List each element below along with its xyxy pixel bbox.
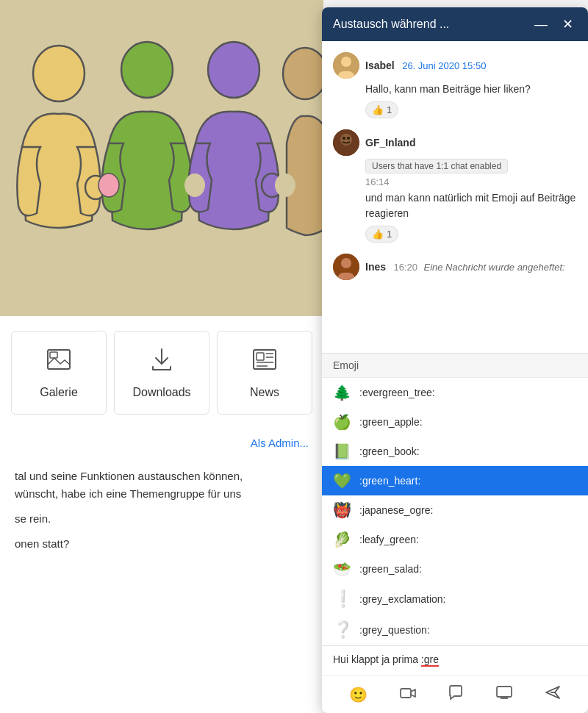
downloads-item[interactable]: Downloads xyxy=(114,331,209,415)
reaction-gf[interactable]: 👍1 xyxy=(365,226,398,243)
message-time-isabel: 26. Juni 2020 15:50 xyxy=(402,60,486,71)
svg-rect-11 xyxy=(48,350,70,369)
reaction-isabel[interactable]: 👍1 xyxy=(365,101,398,118)
chat-input-text: Hui klappt ja prima xyxy=(333,653,421,665)
minimize-button[interactable]: — xyxy=(531,16,551,32)
downloads-icon xyxy=(148,346,175,379)
galerie-icon xyxy=(46,346,72,379)
emoji-green-apple[interactable]: 🍏 :green_apple: xyxy=(322,407,588,437)
emoji-button[interactable]: 🙂 xyxy=(343,683,373,706)
emoji-list: 🌲 :evergreen_tree: 🍏 :green_apple: 📗 :gr… xyxy=(322,378,588,645)
svg-rect-28 xyxy=(497,687,512,697)
chat-header-buttons: — ✕ xyxy=(531,16,577,32)
chat-messages: Isabel 26. Juni 2020 15:50 Hallo, kann m… xyxy=(322,41,588,353)
galerie-item[interactable]: Galerie xyxy=(11,331,107,415)
leafy-green-icon: 🥬 xyxy=(333,531,351,548)
downloads-label: Downloads xyxy=(132,386,190,399)
svg-rect-12 xyxy=(50,352,57,358)
svg-point-3 xyxy=(121,42,173,98)
message-name-gf: GF_Inland xyxy=(365,136,415,149)
message-body-gf: Users that have 1:1 chat enabled 16:14 u… xyxy=(365,159,577,243)
emoji-grey-question[interactable]: ❔ :grey_question: xyxy=(322,615,588,645)
chat-input-highlight: :gre xyxy=(421,653,439,667)
avatar-ines xyxy=(333,254,359,280)
message-header-isabel: Isabel 26. Juni 2020 15:50 xyxy=(333,52,577,79)
news-icon xyxy=(251,346,278,379)
message-name-ines: Ines 16:20 Eine Nachricht wurde angeheft… xyxy=(365,260,565,273)
evergreen-tree-icon: 🌲 xyxy=(333,384,351,401)
green-book-icon: 📗 xyxy=(333,443,351,460)
green-heart-icon: 💚 xyxy=(333,472,351,490)
svg-rect-27 xyxy=(401,689,411,698)
green-apple-icon: 🍏 xyxy=(333,413,351,431)
puzzle-image xyxy=(0,0,323,316)
chat-input-box[interactable]: Hui klappt ja prima :gre xyxy=(322,646,588,676)
green-salad-icon: 🥗 xyxy=(333,560,351,578)
news-label: News xyxy=(250,386,279,399)
svg-point-10 xyxy=(275,173,295,197)
emoji-section-header: Emoji xyxy=(322,354,588,378)
ines-pinned: Eine Nachricht wurde angeheftet: xyxy=(423,262,564,273)
emoji-leafy-green[interactable]: 🥬 :leafy_green: xyxy=(322,525,588,554)
gf-time: 16:14 xyxy=(365,176,577,187)
screen-button[interactable] xyxy=(490,683,518,706)
svg-point-20 xyxy=(341,57,351,67)
svg-point-6 xyxy=(208,42,259,98)
message-name-isabel: Isabel 26. Juni 2020 15:50 xyxy=(365,59,486,72)
svg-point-22 xyxy=(340,134,352,146)
emoji-green-salad[interactable]: 🥗 :green_salad: xyxy=(322,554,588,584)
background-page: Galerie Downloads xyxy=(0,0,323,713)
svg-point-26 xyxy=(341,258,351,268)
send-button[interactable] xyxy=(539,681,567,707)
message-gf-inland: GF_Inland Users that have 1:1 chat enabl… xyxy=(333,129,577,243)
chat-toolbar: 🙂 xyxy=(322,676,588,713)
svg-point-9 xyxy=(283,48,323,99)
video-button[interactable] xyxy=(394,683,422,706)
galerie-label: Galerie xyxy=(40,386,78,399)
chat-bubble-button[interactable] xyxy=(442,682,469,706)
svg-point-5 xyxy=(98,173,119,197)
emoji-picker: Emoji 🌲 :evergreen_tree: 🍏 :green_apple:… xyxy=(322,353,588,645)
svg-point-24 xyxy=(347,137,350,140)
bg-text: tal und seine Funktionen austauschen kön… xyxy=(0,456,323,564)
message-header-gf: GF_Inland xyxy=(333,129,577,156)
chat-window: Austausch während ... — ✕ Isabel 26. Jun… xyxy=(322,7,588,713)
svg-rect-14 xyxy=(257,353,264,360)
japanese-ogre-icon: 👹 xyxy=(333,501,351,519)
chat-title: Austausch während ... xyxy=(333,18,531,31)
emoji-grey-exclamation[interactable]: ❕ :grey_exclamation: xyxy=(322,584,588,615)
grey-question-icon: ❔ xyxy=(333,620,351,639)
grey-exclamation-icon: ❕ xyxy=(333,590,351,609)
admin-link[interactable]: Als Admin... xyxy=(0,429,323,456)
message-header-ines: Ines 16:20 Eine Nachricht wurde angeheft… xyxy=(333,254,577,280)
icon-row: Galerie Downloads xyxy=(0,316,323,429)
svg-point-1 xyxy=(33,46,85,101)
news-item[interactable]: News xyxy=(217,331,312,415)
emoji-evergreen-tree[interactable]: 🌲 :evergreen_tree: xyxy=(322,378,588,407)
gf-status-badge: Users that have 1:1 chat enabled xyxy=(365,159,508,173)
chat-header: Austausch während ... — ✕ xyxy=(322,7,588,41)
close-button[interactable]: ✕ xyxy=(559,16,577,32)
emoji-green-heart[interactable]: 💚 :green_heart: xyxy=(322,466,588,495)
avatar-gf xyxy=(333,129,359,156)
avatar-isabel xyxy=(333,52,359,79)
message-body-isabel: Hallo, kann man Beiträge hier liken? 👍1 xyxy=(365,82,577,118)
emoji-green-book[interactable]: 📗 :green_book: xyxy=(322,437,588,466)
svg-point-23 xyxy=(343,137,345,140)
message-isabel: Isabel 26. Juni 2020 15:50 Hallo, kann m… xyxy=(333,52,577,118)
svg-point-7 xyxy=(184,173,205,197)
chat-input-area: Hui klappt ja prima :gre 🙂 xyxy=(322,645,588,713)
emoji-japanese-ogre[interactable]: 👹 :japanese_ogre: xyxy=(322,495,588,525)
ines-time: 16:20 xyxy=(393,262,417,273)
message-ines: Ines 16:20 Eine Nachricht wurde angeheft… xyxy=(333,254,577,280)
